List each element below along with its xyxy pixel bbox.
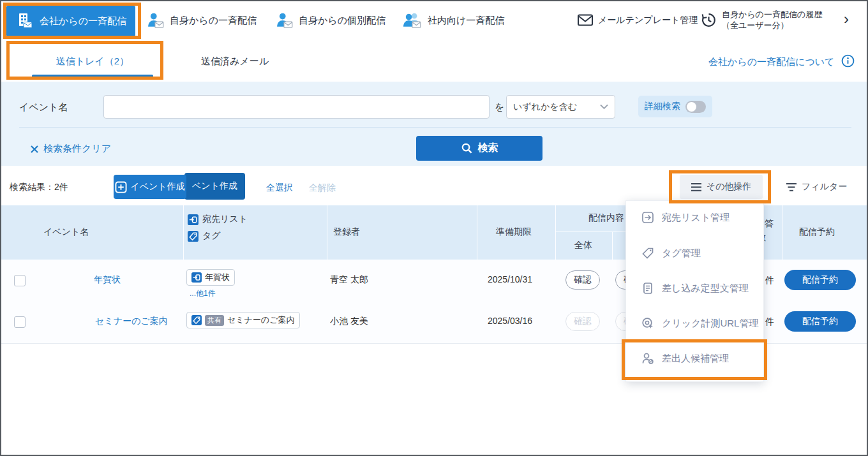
chevron-down-icon [600, 104, 608, 110]
arrow-box-icon [641, 211, 654, 224]
tag-outline-icon [641, 247, 654, 260]
tab-label: 自身からの個別配信 [299, 15, 385, 27]
header-deadline: 準備期限 [496, 226, 532, 238]
search-panel: イベント名 を いずれかを含む 詳細検索 検索条件クリア 検索 [1, 82, 867, 166]
history-icon [701, 12, 717, 28]
search-button[interactable]: 検索 [416, 136, 542, 161]
match-type-select[interactable]: いずれかを含む [506, 95, 615, 119]
recipient-list-icon [191, 272, 202, 283]
header-overall: 全体 [574, 240, 592, 251]
tag-icon [188, 231, 198, 242]
result-count: 検索結果：2件 [10, 182, 68, 193]
deadline-cell: 2025/03/16 [488, 316, 532, 326]
info-icon[interactable] [841, 54, 855, 70]
tab-label: 会社からの一斉配信 [40, 15, 126, 27]
header-tag: タグ [188, 230, 221, 242]
create-event-button-ghost: ベント作成 [184, 173, 245, 200]
history-label: 自身からの一斉配信の履歴 （全ユーザー分） [722, 9, 822, 31]
tag-chip[interactable]: 共有 セミナーのご案内 [186, 312, 300, 328]
tab-self-individual[interactable]: 自身からの個別配信 [276, 11, 385, 29]
more-actions-label: その他操作 [707, 181, 752, 193]
header-registrant: 登録者 [333, 226, 360, 238]
person-mail-icon [276, 11, 294, 29]
menu-item-click-measure-url-manage[interactable]: クリック計測URL管理 [641, 317, 758, 330]
top-nav: 会社からの一斉配信 自身からの一斉配信 自身からの個別配信 社内向け一斉配信 メ… [1, 1, 867, 41]
row-checkbox[interactable] [14, 316, 26, 328]
clear-search-link[interactable]: 検索条件クリア [30, 143, 111, 155]
mail-template-label: メールテンプレート管理 [598, 15, 698, 26]
menu-item-merge-template-manage[interactable]: 差し込み定型文管理 [641, 282, 749, 295]
row-checkbox[interactable] [14, 275, 26, 286]
event-name-input[interactable] [103, 95, 490, 119]
event-name-label: イベント名 [19, 101, 68, 114]
tab-label: 自身からの一斉配信 [170, 15, 257, 27]
menu-item-sender-candidate-manage[interactable]: 差出人候補管理 [641, 352, 729, 365]
deselect-all-link[interactable]: 全解除 [309, 182, 336, 194]
more-items-link[interactable]: ...他1件 [190, 288, 216, 299]
chip-label: 年賀状 [205, 272, 230, 283]
answer-unit-cell: 件 [765, 316, 774, 328]
building-mail-icon [15, 11, 34, 31]
app-window: 会社からの一斉配信 自身からの一斉配信 自身からの個別配信 社内向け一斉配信 メ… [0, 0, 868, 456]
search-divider [19, 127, 851, 128]
people-mail-icon [403, 11, 423, 29]
toggle-track[interactable] [685, 101, 706, 113]
broadcast-history-link[interactable]: 自身からの一斉配信の履歴 （全ユーザー分） [701, 9, 822, 31]
active-tab-underline [32, 75, 153, 78]
header-recipient-list: 宛先リスト [188, 214, 248, 225]
tab-company-broadcast[interactable]: 会社からの一斉配信 [6, 6, 135, 36]
clear-search-label: 検索条件クリア [43, 143, 111, 155]
event-name-link[interactable]: 年賀状 [94, 274, 121, 286]
click-measure-icon [641, 317, 654, 330]
results-toolbar: 検索結果：2件 ベント作成 イベント作成 全選択 全解除 その他操作 フィルター [1, 166, 867, 205]
mail-template-manage-link[interactable]: メールテンプレート管理 [578, 14, 698, 26]
plus-box-icon [115, 181, 127, 193]
chip-label: セミナーのご案内 [227, 314, 295, 326]
tab-label: 社内向け一斉配信 [428, 15, 504, 27]
recipient-list-icon [188, 214, 198, 225]
filter-button[interactable]: フィルター [786, 179, 847, 195]
tab-outbox[interactable]: 送信トレイ（2） [32, 55, 153, 68]
select-all-link[interactable]: 全選択 [266, 182, 293, 194]
delivery-reserve-button[interactable]: 配信予約 [784, 311, 856, 332]
document-icon [641, 282, 654, 295]
recipient-list-chip[interactable]: 年賀状 [186, 269, 235, 286]
registrant-cell: 小池 友美 [330, 316, 368, 327]
person-icon [641, 352, 654, 365]
menu-item-tag-manage[interactable]: タグ管理 [641, 247, 701, 260]
event-name-link[interactable]: セミナーのご案内 [95, 316, 168, 327]
registrant-cell: 青空 太郎 [330, 274, 368, 286]
header-event-name: イベント名 [43, 226, 89, 238]
shared-badge: 共有 [205, 315, 224, 326]
tab-internal-broadcast[interactable]: 社内向け一斉配信 [403, 11, 504, 29]
match-type-value: いずれかを含む [513, 101, 577, 113]
deadline-cell: 2025/10/31 [488, 274, 532, 284]
tab-self-broadcast[interactable]: 自身からの一斉配信 [147, 11, 257, 29]
hamburger-icon [691, 183, 701, 191]
header-delivery-reserve: 配信予約 [799, 226, 835, 238]
more-actions-button[interactable]: その他操作 [680, 175, 763, 199]
delivery-reserve-button[interactable]: 配信予約 [784, 270, 856, 290]
person-mail-icon [147, 11, 165, 29]
tag-icon [191, 315, 202, 325]
sub-nav: 送信トレイ（2） 送信済みメール 会社からの一斉配信について [1, 41, 867, 82]
filter-label: フィルター [802, 181, 847, 193]
particle-label: を [495, 101, 504, 114]
tab-sent-mail[interactable]: 送信済みメール [201, 55, 269, 68]
advanced-search-label: 詳細検索 [645, 101, 680, 112]
answer-unit-cell: 件 [765, 275, 774, 286]
confirm-button-overall[interactable]: 確認 [565, 270, 600, 290]
chevron-right-icon[interactable]: › [844, 10, 849, 28]
create-event-label: イベント作成 [130, 181, 184, 193]
about-broadcast-link[interactable]: 会社からの一斉配信について [708, 56, 834, 68]
search-button-label: 検索 [478, 142, 498, 155]
create-event-button[interactable]: イベント作成 [114, 175, 186, 199]
x-icon [30, 145, 39, 154]
more-actions-menu: 宛先リスト管理 タグ管理 差し込み定型文管理 クリック計測URL管理 差出人候補… [625, 200, 764, 382]
menu-item-recipient-list-manage[interactable]: 宛先リスト管理 [641, 211, 730, 224]
search-icon [461, 142, 473, 154]
advanced-search-toggle[interactable]: 詳細検索 [638, 96, 712, 117]
filter-icon [786, 183, 797, 191]
confirm-button-overall: 確認 [565, 312, 600, 331]
mail-icon [578, 14, 593, 26]
